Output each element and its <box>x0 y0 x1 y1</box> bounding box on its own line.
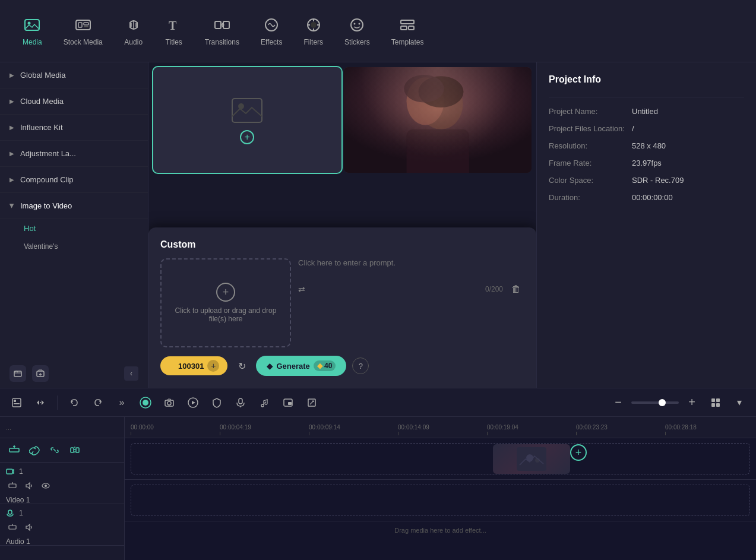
shield-button[interactable] <box>207 393 226 412</box>
zoom-out-button[interactable]: − <box>609 393 628 412</box>
dropdown-button[interactable]: ▾ <box>730 393 749 412</box>
add-credits-button[interactable]: + <box>207 360 219 372</box>
svg-rect-45 <box>288 402 292 405</box>
sidebar-collapse-button[interactable]: ‹ <box>124 366 138 381</box>
ruler-mark-4: 00:00:19:04 <box>487 424 576 435</box>
nav-item-stock-media[interactable]: Stock Media <box>53 10 113 52</box>
redo-button[interactable] <box>88 393 107 412</box>
upload-zone[interactable]: + Click to upload or drag and drop file(… <box>160 258 291 347</box>
mic-button[interactable] <box>231 393 250 412</box>
zoom-slider[interactable] <box>631 401 679 404</box>
timeline-toolbar: » − + <box>0 388 756 417</box>
chevron-right-icon: ▶ <box>10 72 14 78</box>
record-button[interactable] <box>136 393 155 412</box>
svg-point-27 <box>419 79 463 129</box>
nav-item-media[interactable]: Media <box>12 10 53 52</box>
sidebar-item-image-to-video[interactable]: ▶ Image to Video <box>0 193 148 219</box>
video-add-button[interactable] <box>6 479 19 492</box>
add-video-track-button[interactable] <box>6 442 23 458</box>
nav-item-effects[interactable]: Effects <box>250 10 293 52</box>
audio-add-button[interactable] <box>6 521 19 534</box>
nav-item-templates[interactable]: Templates <box>381 10 435 52</box>
svg-rect-63 <box>9 526 16 529</box>
help-button[interactable]: ? <box>352 357 369 374</box>
filters-icon <box>304 15 323 34</box>
split-button[interactable] <box>67 442 83 458</box>
svg-rect-48 <box>716 398 720 402</box>
chevron-right-icon5: ▶ <box>10 176 14 183</box>
svg-point-11 <box>311 22 317 28</box>
sidebar-sub-hot[interactable]: Hot <box>0 219 148 238</box>
camera-button[interactable] <box>160 393 179 412</box>
value-color-space: SDR - Rec.709 <box>632 176 684 185</box>
undo-button[interactable] <box>65 393 84 412</box>
sidebar-item-adjustment[interactable]: ▶ Adjustment La... <box>0 141 148 167</box>
media-thumb-upload[interactable]: + <box>153 67 341 173</box>
chevron-right-icon3: ▶ <box>10 124 14 131</box>
media-icon <box>23 15 42 34</box>
ripple-tool-button[interactable] <box>31 393 50 412</box>
timeline-ruler: 00:00:00 00:00:04:19 00:00:09:14 00:00:1… <box>125 417 756 438</box>
resize-button[interactable] <box>302 393 321 412</box>
right-panel: Project Info Project Name: Untitled Proj… <box>536 62 756 388</box>
info-row-duration: Duration: 00:00:00:00 <box>549 193 744 202</box>
select-tool-button[interactable] <box>7 393 26 412</box>
timeline-content: ... 1 <box>0 417 756 560</box>
link-button[interactable] <box>26 442 43 458</box>
svg-rect-7 <box>215 21 221 29</box>
track-labels: ... 1 <box>0 417 125 560</box>
svg-point-1 <box>28 22 31 25</box>
audio-volume-button[interactable] <box>23 521 36 534</box>
play-button[interactable] <box>184 393 203 412</box>
sidebar-item-cloud-media[interactable]: ▶ Cloud Media <box>0 88 148 115</box>
shuffle-icon[interactable]: ⇄ <box>298 284 305 294</box>
audio-track-number: 1 <box>19 509 23 517</box>
svg-rect-3 <box>78 23 82 27</box>
timeline-tracks: 00:00:00 00:00:04:19 00:00:09:14 00:00:1… <box>125 417 756 560</box>
grid-view-button[interactable] <box>706 393 725 412</box>
ruler-mark-0: 00:00:00 <box>131 424 220 435</box>
custom-panel-title: Custom <box>160 239 524 250</box>
ruler-mark-5: 00:00:23:23 <box>576 424 665 435</box>
ruler-mark-2: 00:00:09:14 <box>309 424 398 435</box>
track-item-header-audio: 1 <box>6 509 118 517</box>
new-folder-button[interactable] <box>10 365 26 382</box>
generate-button[interactable]: ◆ Generate ◆ 40 <box>256 356 346 376</box>
pip-button[interactable] <box>279 393 298 412</box>
video-volume-button[interactable] <box>23 479 36 492</box>
svg-point-38 <box>143 400 148 406</box>
sidebar-item-global-media[interactable]: ▶ Global Media <box>0 62 148 88</box>
nav-item-stickers[interactable]: Stickers <box>334 10 381 52</box>
track-area: + Drag media here to add effect... <box>125 438 756 560</box>
sidebar-sub-valentines[interactable]: Valentine's <box>0 238 148 255</box>
prompt-textarea[interactable] <box>298 258 524 276</box>
delete-button[interactable]: 🗑 <box>508 281 524 298</box>
generate-cost: ◆ 40 <box>314 360 336 371</box>
svg-rect-21 <box>409 26 414 30</box>
nav-item-audio[interactable]: Audio <box>113 10 154 52</box>
unlink-button[interactable] <box>46 442 63 458</box>
audio-track-name: Audio 1 <box>6 537 118 546</box>
svg-rect-24 <box>232 99 262 122</box>
zoom-in-button[interactable]: + <box>682 393 701 412</box>
nav-item-transitions[interactable]: Transitions <box>194 10 250 52</box>
label-files-location: Project Files Location: <box>549 124 626 133</box>
svg-point-29 <box>418 76 463 107</box>
nav-item-filters[interactable]: Filters <box>293 10 334 52</box>
prompt-area: ⇄ 0/200 🗑 <box>298 258 524 298</box>
credits-badge[interactable]: ◆ 100301 + <box>160 356 227 375</box>
sidebar-item-influence-kit[interactable]: ▶ Influence Kit <box>0 115 148 141</box>
import-button[interactable] <box>32 365 49 382</box>
main-area: ▶ Global Media ▶ Cloud Media ▶ Influence… <box>0 62 756 388</box>
svg-rect-26 <box>344 67 532 173</box>
video-eye-button[interactable] <box>39 479 52 492</box>
stock-media-icon <box>74 15 93 34</box>
svg-rect-62 <box>8 510 12 514</box>
refresh-button[interactable]: ↻ <box>233 357 250 374</box>
media-thumb-couple[interactable] <box>344 67 532 173</box>
nav-item-titles[interactable]: T Titles <box>154 10 194 52</box>
more-button[interactable]: » <box>112 393 131 412</box>
sidebar-item-compound-clip[interactable]: ▶ Compound Clip <box>0 167 148 193</box>
music-button[interactable] <box>255 393 274 412</box>
sidebar-label-influence-kit: Influence Kit <box>20 123 63 132</box>
